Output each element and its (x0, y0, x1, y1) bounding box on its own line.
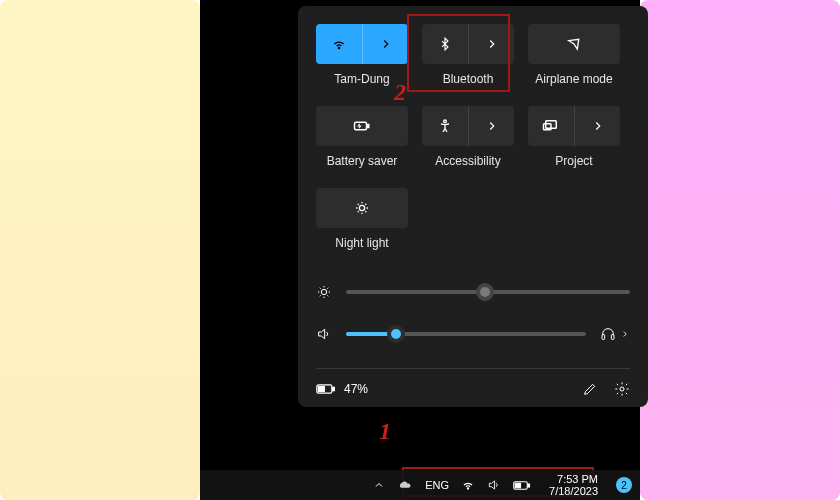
svg-rect-17 (515, 483, 520, 488)
tile-row-2: Battery saver Accessibility Project (316, 106, 630, 182)
bluetooth-tile[interactable] (422, 24, 514, 64)
svg-point-14 (467, 488, 468, 489)
svg-point-3 (444, 120, 447, 123)
clock[interactable]: 7:53 PM 7/18/2023 (549, 473, 598, 497)
tile-row-1: Tam-Dung Bluetooth Airplane mode (316, 24, 630, 100)
accessibility-icon (437, 118, 453, 134)
svg-point-6 (359, 205, 364, 210)
settings-button[interactable] (614, 381, 630, 397)
svg-rect-12 (319, 387, 325, 392)
tile-project: Project (528, 106, 620, 182)
brightness-slider-row (316, 284, 630, 300)
clock-time: 7:53 PM (557, 473, 598, 485)
wifi-label: Tam-Dung (334, 72, 389, 86)
brightness-icon (316, 284, 332, 300)
bluetooth-label: Bluetooth (443, 72, 494, 86)
language-indicator[interactable]: ENG (425, 479, 449, 491)
taskbar: ENG 7:53 PM 7/18/2023 2 (200, 470, 640, 500)
accessibility-tile[interactable] (422, 106, 514, 146)
svg-point-7 (321, 289, 326, 294)
wifi-icon (331, 36, 347, 52)
quick-settings-panel: Tam-Dung Bluetooth Airplane mode Battery… (298, 6, 648, 407)
battery-percent-text: 47% (344, 382, 368, 396)
tile-row-3: Night light (316, 188, 630, 264)
gradient-bg-right (640, 0, 840, 500)
svg-rect-9 (611, 335, 614, 340)
svg-rect-11 (333, 387, 335, 390)
onedrive-icon[interactable] (397, 479, 413, 491)
tray-chevron-up[interactable] (373, 479, 385, 491)
gradient-bg-left (0, 0, 200, 500)
annotation-number-1: 1 (379, 418, 391, 445)
airplane-label: Airplane mode (535, 72, 612, 86)
tile-bluetooth: Bluetooth (422, 24, 514, 100)
tile-night-light: Night light (316, 188, 408, 264)
volume-slider-row (316, 326, 630, 342)
volume-icon (316, 326, 332, 342)
svg-point-13 (620, 387, 624, 391)
airplane-icon (566, 36, 582, 52)
tile-battery-saver: Battery saver (316, 106, 408, 182)
clock-date: 7/18/2023 (549, 485, 598, 497)
chevron-right-icon (591, 119, 605, 133)
wifi-tile[interactable] (316, 24, 408, 64)
svg-rect-2 (367, 125, 369, 128)
brightness-slider[interactable] (346, 290, 630, 294)
annotation-number-2: 2 (394, 79, 406, 106)
svg-point-0 (338, 47, 339, 48)
night-light-label: Night light (335, 236, 388, 250)
svg-rect-8 (602, 335, 605, 340)
panel-footer: 47% (316, 368, 630, 397)
night-light-tile[interactable] (316, 188, 408, 228)
slider-area (316, 284, 630, 342)
battery-saver-label: Battery saver (327, 154, 398, 168)
accessibility-label: Accessibility (435, 154, 500, 168)
battery-icon (316, 383, 336, 395)
project-icon (542, 119, 560, 133)
tray-volume-icon[interactable] (487, 478, 501, 492)
project-label: Project (555, 154, 592, 168)
airplane-tile[interactable] (528, 24, 620, 64)
tile-airplane: Airplane mode (528, 24, 620, 100)
tile-accessibility: Accessibility (422, 106, 514, 182)
bluetooth-icon (438, 37, 452, 51)
svg-rect-16 (528, 484, 530, 487)
night-light-icon (354, 200, 370, 216)
battery-saver-tile[interactable] (316, 106, 408, 146)
notification-badge[interactable]: 2 (616, 477, 632, 493)
chevron-right-icon (379, 37, 393, 51)
project-tile[interactable] (528, 106, 620, 146)
system-tray: ENG 7:53 PM 7/18/2023 2 (373, 473, 640, 497)
edit-button[interactable] (582, 381, 598, 397)
chevron-right-icon (485, 37, 499, 51)
volume-slider[interactable] (346, 332, 586, 336)
tray-wifi-icon[interactable] (461, 478, 475, 492)
battery-saver-icon (353, 119, 371, 133)
chevron-right-icon (485, 119, 499, 133)
audio-output-button[interactable] (600, 326, 630, 342)
tray-battery-icon[interactable] (513, 480, 531, 491)
battery-status[interactable]: 47% (316, 382, 368, 396)
